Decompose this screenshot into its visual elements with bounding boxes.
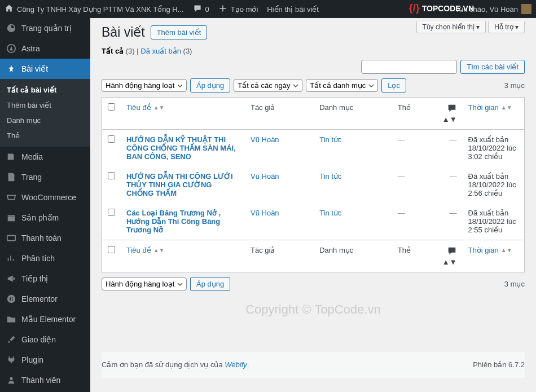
apply-button-top[interactable]: Áp dụng: [190, 78, 230, 93]
watermark-center: Copyright © TopCode.vn: [102, 302, 525, 317]
select-all-top[interactable]: [108, 103, 115, 111]
view-post-label: Hiển thị bài viết: [267, 5, 319, 14]
sort-icon: ▲▼: [153, 104, 165, 111]
svg-rect-1: [7, 236, 15, 241]
sidebar-item-dashboard[interactable]: Trang quản trị: [0, 18, 90, 38]
add-new-label: Tạo mới: [231, 5, 258, 14]
sidebar-item-payments[interactable]: Thanh toán: [0, 228, 90, 248]
select-all-bottom[interactable]: [108, 246, 115, 253]
site-name: Công Ty TNHH Xây Dựng PTTM Và XNK Tổng H…: [17, 5, 184, 14]
filter-published[interactable]: Đã xuất bản: [140, 47, 181, 55]
card-icon: [6, 232, 17, 244]
sidebar-item-elementor[interactable]: Elementor: [0, 289, 90, 309]
posts-submenu: Tất cả bài viết Thêm bài viết Danh mục T…: [0, 79, 90, 147]
footer-link[interactable]: Webify: [225, 360, 247, 369]
megaphone-icon: [6, 273, 17, 284]
avatar-icon: [521, 4, 531, 14]
sidebar-item-analytics[interactable]: Phân tích: [0, 248, 90, 268]
filter-all[interactable]: Tất cả: [102, 47, 124, 55]
post-title-link[interactable]: HƯỚNG DẪN KỸ THUẬT THI CÔNG CHỐNG THẤM S…: [126, 135, 236, 161]
comment-dash: —: [450, 135, 457, 144]
sidebar-item-users[interactable]: Thành viên: [0, 370, 90, 390]
sidebar-item-pages[interactable]: Trang: [0, 167, 90, 187]
sidebar-item-media[interactable]: Media: [0, 147, 90, 167]
comment-icon: [193, 4, 202, 15]
box-icon: [6, 212, 17, 223]
category-link[interactable]: Tin tức: [319, 209, 341, 217]
woocommerce-icon: [6, 192, 17, 203]
chart-icon: [6, 253, 17, 264]
author-link[interactable]: Vũ Hoàn: [251, 209, 279, 217]
post-title-link[interactable]: Các Loại Băng Trương Nở , Hướng Dẫn Thi …: [126, 209, 221, 234]
category-link[interactable]: Tin tức: [319, 135, 341, 144]
sidebar-item-astra[interactable]: Astra: [0, 38, 90, 59]
search-button[interactable]: Tìm các bài viết: [460, 60, 525, 74]
category-link[interactable]: Tin tức: [319, 172, 341, 180]
col-date-bottom[interactable]: Thời gian ▲▼: [468, 246, 519, 254]
site-link[interactable]: Công Ty TNHH Xây Dựng PTTM Và XNK Tổng H…: [5, 4, 184, 15]
col-categories: Danh mục: [314, 98, 392, 130]
sidebar-item-products[interactable]: Sản phẩm: [0, 208, 90, 228]
row-checkbox[interactable]: [108, 172, 115, 179]
footer-thanks: Cảm ơn bạn đã sử dụng dịch vụ của Webify…: [102, 360, 249, 369]
row-checkbox[interactable]: [108, 135, 115, 143]
sidebar-item-woocommerce[interactable]: WooCommerce: [0, 187, 90, 208]
plug-icon: [6, 354, 17, 365]
sidebar-item-elementor-templates[interactable]: Mẫu Elementor: [0, 309, 90, 329]
comment-dash: —: [450, 172, 457, 180]
submenu-add-post[interactable]: Thêm bài viết: [0, 98, 90, 113]
post-status: Đã xuất bản: [468, 209, 509, 217]
submenu-categories[interactable]: Danh mục: [0, 113, 90, 128]
comment-icon: [447, 107, 457, 115]
topcode-logo: {/} TOPCODE.VN: [409, 2, 474, 14]
date-filter-select[interactable]: Tất cả các ngày: [234, 79, 302, 92]
filter-button[interactable]: Lọc: [381, 78, 406, 93]
apply-button-bottom[interactable]: Áp dụng: [190, 277, 230, 291]
item-count-bottom: 3 mục: [504, 280, 525, 288]
svg-point-2: [7, 295, 15, 303]
pin-icon: [6, 63, 17, 74]
post-status: Đã xuất bản: [468, 135, 509, 144]
row-checkbox[interactable]: [108, 209, 115, 216]
category-filter-select[interactable]: Tất cả danh mục: [306, 79, 378, 92]
sidebar-item-posts[interactable]: Bài viết: [0, 59, 90, 79]
col-title-bottom[interactable]: Tiêu đề▲▼: [126, 246, 239, 254]
sidebar-item-plugins[interactable]: Plugin: [0, 350, 90, 370]
sidebar-item-appearance[interactable]: Giao diện: [0, 329, 90, 350]
page-title: Bài viết: [102, 25, 145, 40]
tag-value: —: [398, 209, 405, 217]
help-tab[interactable]: Hỗ trợ ▾: [488, 21, 525, 33]
brush-icon: [6, 334, 17, 345]
author-link[interactable]: Vũ Hoàn: [251, 172, 279, 180]
view-post-link[interactable]: Hiển thị bài viết: [267, 5, 319, 14]
screen-options-tab[interactable]: Tùy chọn hiển thị ▾: [416, 21, 486, 33]
table-row: HƯỚNG DẪN THI CÔNG LƯỚI THỦY TINH GIA CƯ…: [102, 166, 525, 203]
comment-icon: [447, 249, 457, 258]
add-new-button[interactable]: Thêm bài viết: [151, 25, 208, 39]
tag-value: —: [398, 135, 405, 144]
bulk-action-select-bottom[interactable]: Hành động hàng loạt: [102, 278, 187, 290]
admin-sidebar: Trang quản trị Astra Bài viết Tất cả bài…: [0, 18, 90, 392]
bulk-action-select[interactable]: Hành động hàng loạt: [102, 79, 187, 92]
user-icon: [6, 375, 17, 386]
author-link[interactable]: Vũ Hoàn: [251, 135, 279, 144]
footer-version: Phiên bản 6.7.2: [473, 360, 525, 369]
table-row: Các Loại Băng Trương Nở , Hướng Dẫn Thi …: [102, 203, 525, 240]
col-tags: Thẻ: [392, 98, 434, 130]
dashboard-icon: [6, 23, 17, 34]
status-filter: Tất cả (3) | Đã xuất bản (3): [102, 47, 525, 55]
comments-link[interactable]: 0: [193, 4, 209, 15]
sort-icon: ▲▼: [442, 115, 457, 124]
search-input[interactable]: [361, 60, 457, 74]
submenu-all-posts[interactable]: Tất cả bài viết: [0, 82, 90, 98]
col-date[interactable]: Thời gian ▲▼: [468, 103, 519, 112]
submenu-tags[interactable]: Thẻ: [0, 128, 90, 143]
table-row: HƯỚNG DẪN KỸ THUẬT THI CÔNG CHỐNG THẤM S…: [102, 130, 525, 167]
post-date: 18/10/2022 lúc 2:56 chiều: [468, 180, 516, 197]
add-new-link[interactable]: Tạo mới: [218, 4, 258, 15]
post-title-link[interactable]: HƯỚNG DẪN THI CÔNG LƯỚI THỦY TINH GIA CƯ…: [126, 172, 233, 197]
comment-count: 0: [205, 5, 209, 14]
sidebar-item-marketing[interactable]: Tiếp thị: [0, 268, 90, 289]
posts-table: Tiêu đề▲▼ Tác giả Danh mục Thẻ ▲▼ Thời g…: [102, 97, 525, 272]
col-title[interactable]: Tiêu đề▲▼: [126, 103, 239, 112]
